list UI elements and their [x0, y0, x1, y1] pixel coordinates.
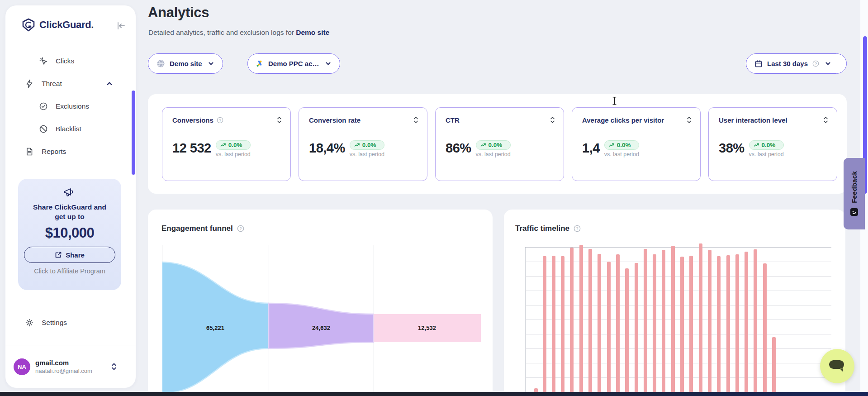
feedback-tab[interactable]: Feedback — [844, 158, 865, 229]
funnel-chart — [162, 245, 481, 396]
sidebar-item-clicks[interactable]: Clicks — [5, 50, 136, 72]
sidebar-nav: Clicks Threat Exclusions — [5, 50, 136, 163]
subtitle-site-name: Demo site — [296, 29, 329, 36]
kpi-delta-value: 0.0% — [617, 142, 631, 148]
trend-up-icon — [354, 143, 360, 148]
chevron-up-icon[interactable] — [106, 80, 113, 87]
kpi-label: User interaction level — [719, 116, 787, 124]
sidebar-item-label: Exclusions — [56, 102, 89, 110]
sort-chevrons-icon[interactable] — [550, 116, 555, 124]
help-icon[interactable]: ? — [237, 225, 244, 232]
kpi-summary-band: Conversions?12 5320.0%vs. last periodCon… — [148, 94, 847, 194]
timeline-bar — [653, 254, 656, 396]
timeline-bar — [726, 255, 730, 396]
sidebar-item-threat[interactable]: Threat — [5, 72, 136, 95]
sidebar-item-settings[interactable]: Settings — [5, 311, 136, 334]
sort-chevrons-icon[interactable] — [823, 116, 829, 124]
page-title: Analytics — [148, 5, 209, 21]
timeline-bar — [644, 249, 647, 396]
date-range-label: Last 30 days — [767, 60, 808, 67]
help-icon[interactable]: ? — [217, 117, 223, 124]
timeline-bar — [543, 256, 546, 396]
sidebar-item-exclusions[interactable]: Exclusions — [5, 95, 136, 118]
kpi-value: 18,4% — [309, 140, 345, 156]
kpi-value: 86% — [446, 140, 471, 156]
brand-logo[interactable]: ClickGuard. — [22, 18, 94, 32]
kpi-card: Conversions?12 5320.0%vs. last period — [162, 107, 291, 181]
sort-chevrons-icon[interactable] — [413, 116, 419, 124]
kpi-caption: vs. last period — [216, 151, 251, 157]
ppc-account-label: Demo PPC ac… — [268, 60, 319, 67]
sort-chevrons-icon[interactable] — [686, 116, 692, 124]
affiliate-promo-card[interactable]: Share ClickGuard and get up to $10,000 S… — [18, 179, 121, 290]
svg-text:?: ? — [576, 226, 578, 231]
chevron-down-icon — [325, 60, 332, 67]
kpi-delta-value: 0.0% — [489, 142, 503, 148]
sidebar: ClickGuard. Clicks Threat — [5, 5, 136, 388]
timeline-bar — [745, 252, 748, 396]
promo-amount: $10,000 — [45, 225, 95, 241]
feedback-smiley-icon — [850, 208, 859, 216]
megaphone-icon — [63, 187, 76, 199]
sidebar-item-label: Settings — [42, 319, 67, 327]
trend-up-icon — [480, 143, 486, 148]
kpi-card: User interaction level38%0.0%vs. last pe… — [708, 107, 837, 181]
kpi-value: 38% — [719, 140, 745, 156]
share-button[interactable]: Share — [24, 247, 115, 263]
date-range-selector[interactable]: Last 30 days ? — [746, 53, 847, 74]
funnel-stage-value: 24,632 — [294, 324, 348, 331]
site-selector[interactable]: Demo site — [148, 53, 223, 74]
select-chevrons-icon — [110, 362, 118, 371]
engagement-funnel-card: Engagement funnel ? 65,221 24,632 12,532 — [148, 210, 493, 396]
kpi-caption: vs. last period — [350, 151, 384, 157]
gear-icon — [25, 318, 34, 327]
timeline-bar — [699, 243, 702, 396]
kpi-delta-badge: 0.0% — [216, 140, 251, 150]
chat-launcher-button[interactable] — [820, 349, 854, 383]
timeline-bar — [662, 250, 665, 396]
timeline-bar — [680, 257, 684, 396]
timeline-bar — [671, 246, 675, 396]
feedback-label: Feedback — [850, 171, 858, 203]
text-cursor — [612, 96, 617, 105]
timeline-bar — [735, 254, 739, 396]
timeline-bar — [561, 256, 564, 396]
sort-chevrons-icon[interactable] — [276, 116, 282, 124]
timeline-plot — [525, 243, 831, 396]
lightning-icon — [25, 79, 34, 88]
timeline-y-axis — [525, 247, 526, 396]
google-ads-icon — [256, 60, 264, 67]
account-title: gmail.com — [35, 359, 92, 367]
chevron-down-icon — [825, 60, 831, 67]
svg-text:?: ? — [239, 226, 242, 231]
kpi-delta-badge: 0.0% — [476, 140, 511, 150]
timeline-bar — [570, 248, 574, 396]
promo-line1: Share ClickGuard and — [33, 203, 106, 211]
document-icon — [25, 147, 34, 156]
sidebar-item-blacklist[interactable]: Blacklist — [5, 118, 136, 140]
timeline-bar — [689, 256, 693, 396]
sidebar-item-reports[interactable]: Reports — [5, 140, 136, 163]
timeline-bar — [708, 250, 711, 396]
funnel-stage-value: 12,532 — [400, 324, 454, 331]
help-icon[interactable]: ? — [812, 60, 819, 67]
clickguard-shield-icon — [22, 18, 35, 32]
help-icon[interactable]: ? — [574, 225, 581, 232]
timeline-bar — [588, 249, 592, 396]
timeline-bar — [552, 256, 555, 396]
sidebar-collapse-icon[interactable] — [116, 21, 126, 31]
avatar: NA — [14, 358, 30, 375]
kpi-label: Conversion rate — [309, 116, 360, 124]
ppc-account-selector[interactable]: Demo PPC ac… — [247, 53, 340, 74]
promo-line2: get up to — [55, 213, 84, 220]
kpi-caption: vs. last period — [604, 151, 639, 157]
badge-check-icon — [39, 102, 48, 111]
kpi-caption: vs. last period — [476, 151, 511, 157]
account-switcher[interactable]: NA gmail.com naatali.ro@gmail.com — [5, 345, 136, 388]
bottom-edge-bar — [0, 392, 868, 396]
sidebar-scrollbar-thumb[interactable] — [132, 91, 135, 175]
chevron-down-icon — [208, 60, 214, 67]
page-subtitle: Detailed analytics, traffic and exclusio… — [148, 29, 329, 37]
chat-bubble-icon — [828, 358, 847, 374]
svg-text:?: ? — [219, 118, 221, 122]
